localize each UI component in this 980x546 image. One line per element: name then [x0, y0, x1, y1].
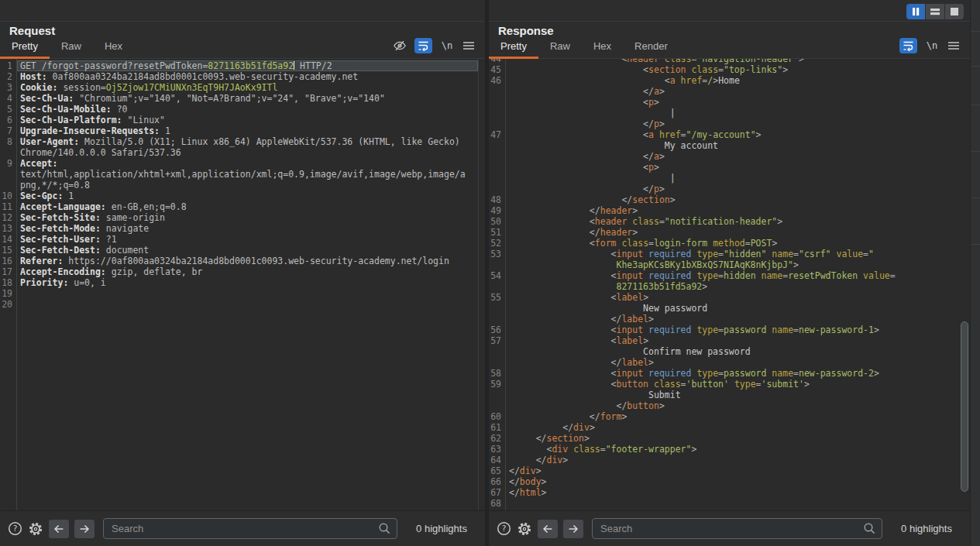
code-line-5[interactable]: 5Sec-Ch-Ua-Mobile: ?0: [0, 104, 485, 115]
columns-layout-icon[interactable]: [906, 4, 925, 19]
code-token: png,*/*;q=0.8: [20, 180, 90, 191]
settings-gear-icon[interactable]: [517, 521, 532, 537]
code-line-11[interactable]: 11Accept-Language: en-GB,en;q=0.8: [0, 201, 485, 212]
tab-raw[interactable]: Raw: [50, 38, 93, 59]
code-line-56[interactable]: 56 <input required type=password name=ne…: [489, 325, 970, 335]
line-number: 4: [0, 93, 17, 104]
code-line-58[interactable]: 58 <input required type=password name=ne…: [489, 368, 970, 379]
code-line-19[interactable]: 19: [0, 288, 485, 299]
tab-hex[interactable]: Hex: [93, 38, 134, 59]
menu-icon[interactable]: [462, 38, 476, 53]
code-line-wrap[interactable]: Chrome/140.0.0.0 Safari/537.36: [0, 147, 485, 158]
code-line-47[interactable]: 47 <a href="/my-account">: [489, 129, 970, 140]
code-line-51[interactable]: 51 </header>: [489, 227, 970, 238]
code-line-53[interactable]: 53 <input required type="hidden" name="c…: [489, 249, 970, 259]
code-line-7[interactable]: 7Upgrade-Insecure-Requests: 1: [0, 125, 485, 136]
code-line-2[interactable]: 2Host: 0af800aa0324ba2184ad8bd0001c0093.…: [0, 71, 485, 82]
rows-layout-icon[interactable]: [926, 4, 944, 19]
code-line-59[interactable]: 59 <button class='button' type='submit'>: [489, 379, 970, 390]
code-line-wrap[interactable]: <p>: [489, 97, 970, 108]
code-line-50[interactable]: 50 <header class="notification-header">: [489, 216, 970, 227]
response-editor[interactable]: 44 <header class="navigation-header">45 …: [489, 59, 970, 510]
code-line-9[interactable]: 9Accept:: [0, 158, 485, 169]
tab-pretty[interactable]: Pretty: [489, 38, 538, 59]
code-line-wrap[interactable]: png,*/*;q=0.8: [0, 180, 485, 191]
code-line-48[interactable]: 48 </section>: [489, 194, 970, 205]
code-line-12[interactable]: 12Sec-Fetch-Site: same-origin: [0, 212, 485, 223]
request-editor[interactable]: 1GET /forgot-password?resetPwdToken=8271…: [0, 59, 485, 510]
code-line-wrap[interactable]: New password: [489, 303, 970, 314]
eye-off-icon[interactable]: [393, 38, 407, 53]
soft-wrap-icon[interactable]: [899, 38, 917, 53]
help-icon[interactable]: ?: [497, 521, 511, 536]
code-line-65[interactable]: 65</div>: [489, 465, 970, 476]
code-line-6[interactable]: 6Sec-Ch-Ua-Platform: "Linux": [0, 115, 485, 125]
tab-render[interactable]: Render: [623, 38, 679, 59]
request-search-input[interactable]: [103, 518, 397, 539]
code-line-10[interactable]: 10Sec-Gpc: 1: [0, 191, 485, 201]
code-line-wrap[interactable]: </p>: [489, 184, 970, 194]
code-line-wrap[interactable]: </label>: [489, 314, 970, 325]
code-line-49[interactable]: 49 </header>: [489, 205, 970, 216]
previous-match-button[interactable]: [49, 520, 69, 538]
code-line-wrap[interactable]: Khe3apKCsBKy1bXBxQS7NIAqK8nKjbpJ">: [489, 259, 970, 270]
help-icon[interactable]: ?: [8, 521, 22, 536]
code-line-16[interactable]: 16Referer: https://0af800aa0324ba2184ad8…: [0, 256, 485, 266]
code-line-66[interactable]: 66</body>: [489, 476, 970, 487]
code-line-8[interactable]: 8User-Agent: Mozilla/5.0 (X11; Linux x86…: [0, 136, 485, 147]
single-layout-icon[interactable]: [945, 4, 964, 19]
settings-gear-icon[interactable]: [28, 521, 43, 537]
tab-pretty[interactable]: Pretty: [0, 38, 50, 59]
code-line-45[interactable]: 45 <section class="top-links">: [489, 64, 970, 75]
menu-icon[interactable]: [947, 38, 961, 53]
code-line-wrap[interactable]: text/html,application/xhtml+xml,applicat…: [0, 169, 485, 180]
code-line-wrap[interactable]: 8271163b51fd5a92>: [489, 281, 970, 292]
code-line-wrap[interactable]: </a>: [489, 151, 970, 162]
code-line-wrap[interactable]: Submit: [489, 390, 970, 400]
code-line-wrap[interactable]: Confirm new password: [489, 346, 970, 357]
code-line-57[interactable]: 57 <label>: [489, 335, 970, 346]
code-line-67[interactable]: 67</html>: [489, 487, 970, 498]
code-line-wrap[interactable]: </button>: [489, 400, 970, 411]
tab-hex[interactable]: Hex: [582, 38, 623, 59]
code-line-62[interactable]: 62 </section>: [489, 433, 970, 444]
code-line-61[interactable]: 61 </div>: [489, 422, 970, 433]
code-line-20[interactable]: 20: [0, 299, 485, 310]
code-line-60[interactable]: 60 </form>: [489, 411, 970, 422]
code-line-wrap[interactable]: |: [489, 173, 970, 184]
code-line-15[interactable]: 15Sec-Fetch-Dest: document: [0, 245, 485, 256]
code-line-4[interactable]: 4Sec-Ch-Ua: "Chromium";v="140", "Not=A?B…: [0, 93, 485, 104]
code-token: [509, 411, 590, 422]
code-line-64[interactable]: 64 </div>: [489, 455, 970, 465]
code-line-wrap[interactable]: </p>: [489, 118, 970, 129]
newlines-icon[interactable]: \n: [440, 38, 454, 53]
code-line-3[interactable]: 3Cookie: session=Oj5Zjow17CMiUNXn3EqT9H7…: [0, 82, 485, 93]
code-line-44[interactable]: 44 <header class="navigation-header">: [489, 59, 970, 64]
soft-wrap-icon[interactable]: [414, 38, 432, 53]
code-line-18[interactable]: 18Priority: u=0, i: [0, 277, 485, 288]
code-line-54[interactable]: 54 <input required type=hidden name=rese…: [489, 270, 970, 281]
code-line-wrap[interactable]: <p>: [489, 162, 970, 173]
newlines-icon[interactable]: \n: [925, 38, 939, 53]
inspector-collapsed-strip[interactable]: [970, 0, 980, 546]
code-line-14[interactable]: 14Sec-Fetch-User: ?1: [0, 234, 485, 245]
code-line-55[interactable]: 55 <label>: [489, 292, 970, 303]
code-line-wrap[interactable]: </label>: [489, 357, 970, 368]
code-line-63[interactable]: 63 <div class="footer-wrapper">: [489, 444, 970, 455]
code-line-52[interactable]: 52 <form class=login-form method=POST>: [489, 238, 970, 249]
code-line-13[interactable]: 13Sec-Fetch-Mode: navigate: [0, 223, 485, 234]
code-line-1[interactable]: 1GET /forgot-password?resetPwdToken=8271…: [0, 60, 485, 71]
next-match-button[interactable]: [74, 520, 95, 538]
tab-raw[interactable]: Raw: [538, 38, 582, 59]
code-line-wrap[interactable]: My account: [489, 140, 970, 151]
code-line-17[interactable]: 17Accept-Encoding: gzip, deflate, br: [0, 266, 485, 277]
response-scrollbar-thumb[interactable]: [961, 321, 968, 492]
code-line-wrap[interactable]: </a>: [489, 86, 970, 97]
code-line-46[interactable]: 46 <a href=/>Home: [489, 75, 970, 86]
previous-match-button[interactable]: [538, 520, 558, 538]
code-line-wrap[interactable]: |: [489, 108, 970, 118]
next-match-button[interactable]: [563, 520, 583, 538]
response-search-input[interactable]: [592, 518, 882, 539]
code-token: [509, 379, 611, 390]
code-line-68[interactable]: 68: [489, 498, 970, 509]
